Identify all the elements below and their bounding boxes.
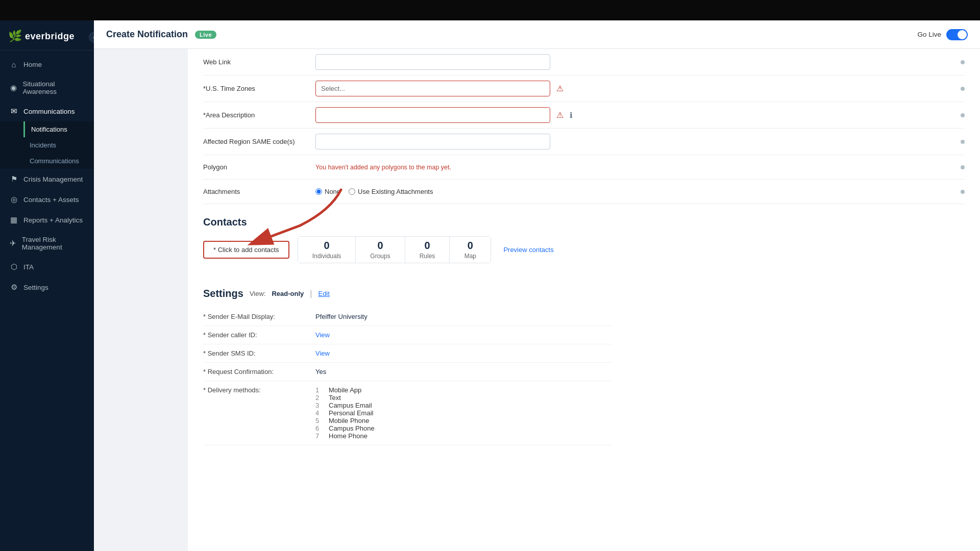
settings-section: Settings View: Read-only | Edit * Sender… [188,276,980,445]
time-zones-control: Select... ⚠ [315,81,961,96]
area-description-label: *Area Description [203,111,315,119]
affected-region-control [315,134,961,149]
sidebar-nav: ⌂ Home ◉ Situational Awareness ✉ Communi… [0,51,94,551]
contacts-tab-groups[interactable]: 0 Groups [356,237,405,263]
sidebar-item-contacts-assets[interactable]: ◎ Contacts + Assets [0,189,94,210]
affected-region-input[interactable] [315,134,550,149]
sidebar: 🌿 everbridge « ⌂ Home ◉ Situational Awar… [0,20,94,551]
sidebar-item-communications-sub-label: Communications [30,157,79,165]
communications-icon: ✉ [9,107,18,116]
form-row-area-description: *Area Description ⚠ ℹ [203,102,965,129]
sender-email-value: Pfeiffer University [315,308,611,326]
contacts-section-title: Contacts [203,216,965,228]
delivery-num: 6 [315,424,324,432]
sidebar-item-settings[interactable]: ⚙ Settings [0,277,94,297]
sidebar-item-crisis-management[interactable]: ⚑ Crisis Management [0,169,94,189]
delivery-methods-label: * Delivery methods: [203,381,315,445]
sidebar-item-travel-risk-label: Travel Risk Management [22,236,85,251]
topbar-left: Create Notification Live [106,29,216,40]
go-live-toggle[interactable] [946,29,968,40]
web-link-dot [961,60,965,64]
sidebar-item-incidents-label: Incidents [30,141,56,149]
sidebar-item-communications[interactable]: ✉ Communications [0,101,94,121]
map-count: 0 [468,240,473,252]
form-section: Web Link *U.S. Time Zones Select... ⚠ [188,49,980,204]
black-topbar [0,0,980,20]
sender-email-label: * Sender E-Mail Display: [203,308,315,326]
add-contacts-button[interactable]: * Click to add contacts [203,241,289,259]
situational-awareness-icon: ◉ [9,83,18,92]
area-description-error-icon: ⚠ [556,110,564,120]
settings-header: Settings View: Read-only | Edit [203,288,965,299]
sidebar-item-travel-risk[interactable]: ✈ Travel Risk Management [0,230,94,257]
toggle-knob [958,30,967,39]
page-title: Create Notification [106,29,188,40]
attachments-none-label: None [325,188,340,195]
sidebar-item-home[interactable]: ⌂ Home [0,55,94,74]
request-confirmation-label: * Request Confirmation: [203,363,315,381]
settings-section-title: Settings [203,288,243,299]
settings-separator: | [310,289,312,298]
time-zones-error-icon: ⚠ [556,84,564,93]
delivery-num: 3 [315,402,324,409]
affected-region-dot [961,140,965,144]
map-label: Map [464,253,476,260]
contacts-assets-icon: ◎ [9,195,18,204]
attachments-existing-radio[interactable]: Use Existing Attachments [349,188,433,195]
live-badge: Live [195,31,216,39]
sidebar-item-home-label: Home [23,61,42,68]
sidebar-item-reports-analytics[interactable]: ▦ Reports + Analytics [0,210,94,230]
sidebar-item-notifications[interactable]: Notifications [23,121,94,137]
area-description-info-icon[interactable]: ℹ [570,111,573,120]
attachments-label: Attachments [203,188,315,195]
sender-caller-label: * Sender caller ID: [203,326,315,344]
sidebar-logo: 🌿 everbridge [0,20,94,51]
sidebar-item-reports-analytics-label: Reports + Analytics [23,216,83,224]
crisis-management-icon: ⚑ [9,174,18,184]
add-contacts-label: * Click to add contacts [213,246,279,254]
contacts-tab-individuals[interactable]: 0 Individuals [298,237,356,263]
polygon-dot [961,165,965,169]
polygon-error-text: You haven't added any polygons to the ma… [315,164,451,171]
web-link-input[interactable] [315,54,550,70]
sidebar-sub-communications: Notifications Incidents Communications [0,121,94,169]
sidebar-item-communications-sub[interactable]: Communications [23,153,94,169]
delivery-label: Text [329,394,341,402]
settings-edit-link[interactable]: Edit [318,290,329,297]
settings-view-value: Read-only [272,290,304,297]
sidebar-item-situational-awareness-label: Situational Awareness [23,80,85,95]
sidebar-item-incidents[interactable]: Incidents [23,137,94,153]
sidebar-item-ita-label: ITA [23,263,34,271]
time-zones-select[interactable]: Select... [315,81,550,96]
contacts-tab-map[interactable]: 0 Map [450,237,491,263]
form-row-polygon: Polygon You haven't added any polygons t… [203,155,965,180]
attachments-none-input[interactable] [315,188,322,195]
attachments-existing-input[interactable] [349,188,355,195]
sidebar-item-ita[interactable]: ⬡ ITA [0,257,94,277]
delivery-label: Campus Email [329,402,372,409]
logo-icon: 🌿 [8,30,22,43]
main-content: Web Link *U.S. Time Zones Select... ⚠ [188,49,980,551]
attachments-none-radio[interactable]: None [315,188,340,195]
delivery-list-item: 2Text [315,394,611,402]
sender-sms-link[interactable]: View [315,344,611,363]
settings-table: * Sender E-Mail Display: Pfeiffer Univer… [203,308,611,445]
settings-view-label: View: [250,290,266,297]
reports-analytics-icon: ▦ [9,215,18,224]
sidebar-item-notifications-label: Notifications [31,126,67,133]
polygon-label: Polygon [203,163,315,171]
settings-icon: ⚙ [9,283,18,292]
request-confirmation-value: Yes [315,363,611,381]
area-description-input[interactable] [315,107,550,123]
contacts-tab-rules[interactable]: 0 Rules [405,237,450,263]
delivery-label: Mobile Phone [329,417,370,424]
sidebar-item-situational-awareness[interactable]: ◉ Situational Awareness [0,74,94,101]
preview-contacts-link[interactable]: Preview contacts [503,246,553,254]
delivery-label: Personal Email [329,409,373,417]
sender-caller-link[interactable]: View [315,326,611,344]
web-link-label: Web Link [203,58,315,66]
time-zones-label-text: *U.S. Time Zones [203,85,255,92]
attachments-control: None Use Existing Attachments [315,188,961,195]
sidebar-item-settings-label: Settings [23,284,48,291]
sidebar-item-contacts-assets-label: Contacts + Assets [23,196,79,204]
